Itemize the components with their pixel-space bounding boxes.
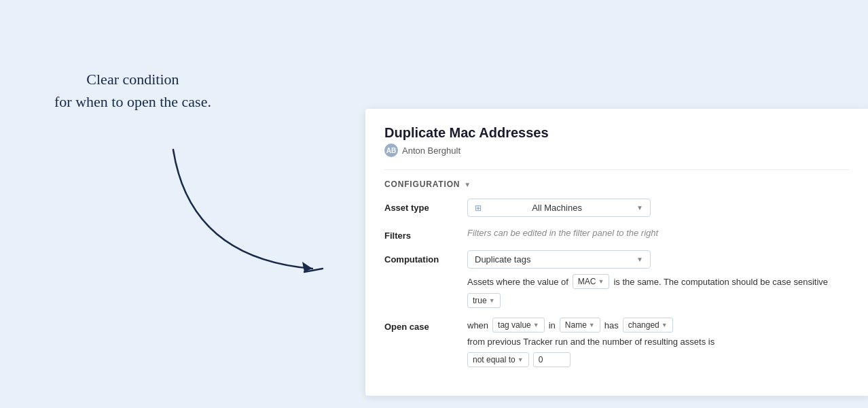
- chevron-down-icon: ▼: [589, 322, 595, 328]
- filters-label: Filters: [384, 226, 459, 241]
- divider: [384, 169, 849, 170]
- open-case-line1: when tag value ▼ in Name ▼ has changed ▼…: [467, 318, 849, 347]
- grid-icon: ⊞: [475, 203, 482, 213]
- chevron-down-icon: ▼: [636, 204, 643, 211]
- open-case-row: Open case when tag value ▼ in Name ▼ has…: [384, 318, 849, 367]
- chevron-down-icon: ▼: [518, 356, 524, 363]
- tag-value-text: tag value: [498, 320, 531, 330]
- rest-text: from previous Tracker run and the number…: [467, 337, 715, 347]
- svg-marker-0: [302, 262, 312, 272]
- computation-select[interactable]: Duplicate tags ▼: [467, 250, 651, 269]
- case-value-input[interactable]: [533, 352, 571, 367]
- filter-hint: Filters can be edited in the filter pane…: [467, 224, 658, 238]
- annotation-line1: Clear condition: [86, 71, 179, 88]
- computation-middle-text: is the same. The computation should be c…: [613, 277, 828, 287]
- tag-value-select[interactable]: tag value ▼: [492, 318, 545, 333]
- in-text: in: [549, 320, 556, 330]
- chevron-down-icon: ▼: [636, 256, 643, 263]
- computation-detail: Assets where the value of MAC ▼ is the s…: [467, 274, 849, 308]
- computation-detail-prefix: Assets where the value of: [467, 277, 568, 287]
- chevron-down-icon: ▼: [662, 322, 668, 328]
- open-case-content: when tag value ▼ in Name ▼ has changed ▼…: [467, 318, 849, 367]
- panel-author: AB Anton Berghult: [384, 143, 849, 157]
- asset-type-label: Asset type: [384, 199, 459, 213]
- asset-type-row: Asset type ⊞ All Machines ▼: [384, 199, 849, 217]
- config-label-text: CONFIGURATION: [384, 180, 460, 189]
- avatar: AB: [384, 143, 398, 157]
- author-name: Anton Berghult: [402, 146, 460, 156]
- computation-field-select[interactable]: MAC ▼: [573, 274, 610, 289]
- changed-select[interactable]: changed ▼: [623, 318, 673, 333]
- computation-value: Duplicate tags: [475, 254, 530, 265]
- panel-title: Duplicate Mac Addresses: [384, 125, 849, 141]
- asset-type-value: All Machines: [532, 203, 582, 213]
- has-text: has: [604, 320, 619, 330]
- chevron-down-icon: ▼: [489, 297, 495, 304]
- asset-type-control: ⊞ All Machines ▼: [467, 199, 849, 217]
- name-select[interactable]: Name ▼: [560, 318, 600, 333]
- chevron-down-icon: ▼: [464, 181, 471, 188]
- computation-sensitivity-select[interactable]: true ▼: [467, 293, 501, 308]
- changed-value: changed: [628, 320, 659, 330]
- computation-row: Computation Duplicate tags ▼ Assets wher…: [384, 250, 849, 308]
- open-case-line2: not equal to ▼: [467, 352, 849, 367]
- filters-row: Filters Filters can be edited in the fil…: [384, 226, 849, 241]
- computation-field-value: MAC: [578, 277, 596, 286]
- computation-control: Duplicate tags ▼ Assets where the value …: [467, 250, 849, 308]
- config-section-toggle[interactable]: CONFIGURATION ▼: [384, 180, 849, 189]
- chevron-down-icon: ▼: [533, 322, 539, 328]
- name-value: Name: [565, 320, 587, 330]
- filters-control: Filters can be edited in the filter pane…: [467, 226, 849, 239]
- configuration-panel: Duplicate Mac Addresses AB Anton Berghul…: [365, 109, 868, 396]
- svg-line-1: [304, 269, 323, 272]
- asset-type-select[interactable]: ⊞ All Machines ▼: [467, 199, 651, 217]
- when-text: when: [467, 320, 488, 330]
- annotation-line2: for when to open the case.: [54, 93, 211, 110]
- computation-label: Computation: [384, 250, 459, 265]
- computation-sensitivity-value: true: [473, 296, 487, 305]
- annotation-text: Clear condition for when to open the cas…: [54, 68, 211, 113]
- not-equal-value: not equal to: [473, 355, 516, 364]
- not-equal-select[interactable]: not equal to ▼: [467, 352, 529, 367]
- annotation-area: Clear condition for when to open the cas…: [0, 0, 367, 408]
- chevron-down-icon: ▼: [598, 278, 604, 285]
- open-case-label: Open case: [384, 318, 459, 332]
